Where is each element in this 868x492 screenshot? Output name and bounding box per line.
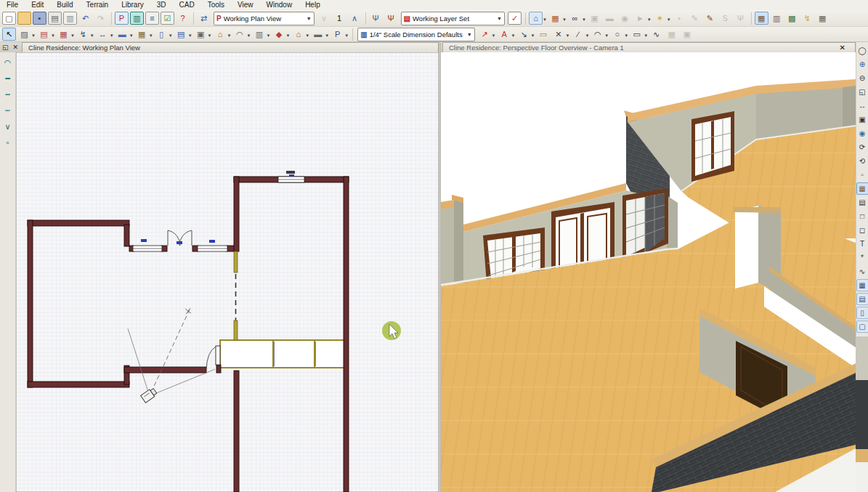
marquee-select-icon[interactable]: ▫ [1,136,15,149]
doll-house-view-icon-dropdown-arrow[interactable]: ▼ [562,17,567,22]
terrain-tools-icon[interactable]: P [330,28,344,41]
project-browser-icon[interactable]: ≡ [145,12,159,25]
up-floor-icon[interactable]: ∧ [348,12,362,25]
shadow-disabled-icon[interactable]: S [718,12,732,25]
cad-disabled-icon[interactable]: ▦ [665,28,678,41]
dimension-defaults-combo[interactable]: ▥ 1/4" Scale Dimension Defaults ▼ [357,28,474,41]
edit-segment-handles-icon[interactable]: ━ [1,72,15,85]
physically-based-view-icon[interactable]: ▦ [816,12,830,25]
select-objects-icon[interactable]: ↖ [2,28,16,41]
tab-perspective-overview[interactable]: Cline Residence: Perspective Floor Overv… [442,42,856,52]
stair-tools-icon[interactable]: ▤ [174,28,188,41]
undo-zoom-icon[interactable]: ◱ [856,86,868,98]
draw-line-icon[interactable]: ∕ [571,28,585,41]
add-light-icon[interactable]: ✶ [653,12,667,25]
copy-region-icon[interactable]: ▫ [856,169,868,181]
record-walkthrough-icon-dropdown-arrow[interactable]: ▼ [647,17,652,22]
text-style-icon[interactable]: T [856,238,868,250]
door-tools-icon[interactable]: ▯ [155,28,169,41]
redo-icon[interactable]: ↷ [94,12,108,25]
default-settings-wrench-icon[interactable]: Ψ [369,12,383,25]
camera-view-icon[interactable]: ⌂ [529,12,543,25]
zoom-icon[interactable]: ◯ [856,44,868,57]
menu-help[interactable]: Help [299,0,327,10]
curve-icon[interactable]: ∿ [856,265,868,278]
dimension-tools-icon[interactable]: ↔ [96,28,110,41]
add-light-icon-dropdown-arrow[interactable]: ▼ [667,17,671,22]
menu-library[interactable]: Library [115,0,150,10]
camera-disabled-icon[interactable]: ▣ [588,12,601,25]
perspective-view-canvas[interactable] [441,52,856,492]
menu-build[interactable]: Build [50,0,79,10]
dimension-tools-icon-dropdown-arrow[interactable]: ▼ [110,33,114,38]
leader-line-icon-dropdown-arrow[interactable]: ▼ [531,33,535,38]
orbit-camera-right-icon[interactable]: ⟲ [856,155,868,167]
cross-box-icon[interactable]: ✕ [551,28,565,41]
lighting-view-icon[interactable]: ↯ [800,12,814,25]
edit-vertex-segment-icon[interactable]: ∨ [1,120,15,133]
walkthrough-icon[interactable]: ∞ [568,12,582,25]
furniture-tools-icon-dropdown-arrow[interactable]: ▼ [325,33,329,38]
menu-tools[interactable]: Tools [201,0,231,10]
terrain-tools-icon-dropdown-arrow[interactable]: ▼ [344,33,349,38]
cross-box-icon-dropdown-arrow[interactable]: ▼ [565,33,569,38]
wall-break-icon-dropdown-arrow[interactable]: ▼ [90,33,94,38]
draw-arc-icon[interactable]: ◠ [591,28,604,41]
briefcase-disabled-icon[interactable]: ▬ [603,12,617,25]
blank-panel-icon[interactable]: □ [856,210,868,222]
auto-dimension-icon[interactable]: ▬ [115,28,129,41]
close-view-icon[interactable]: ✕ [836,44,849,52]
edit-arc-handles-icon[interactable]: ◠ [1,56,15,69]
dishwasher-panel-icon[interactable]: ▦ [856,182,868,195]
draw-circle-icon-dropdown-arrow[interactable]: ▼ [624,33,628,38]
leader-line-icon[interactable]: ↘ [517,28,531,41]
annotation-icon[interactable]: * [856,251,868,264]
window-tools-icon[interactable]: ▣ [194,28,208,41]
molding-tools-icon[interactable]: ▥ [252,28,266,41]
door-tools-icon-dropdown-arrow[interactable]: ▼ [169,33,173,38]
snapshot-disabled-icon[interactable]: ◉ [618,12,632,25]
half-wall-icon-dropdown-arrow[interactable]: ▼ [70,33,75,38]
menu-terrain[interactable]: Terrain [80,0,115,10]
kitchen-cabinet-run[interactable] [220,340,347,368]
cabinet-tools-icon[interactable]: ▦ [135,28,149,41]
standard-view-icon[interactable]: ▦ [755,12,768,25]
library-browser-icon[interactable]: ▥ [130,12,144,25]
draw-spline-icon[interactable]: ∿ [649,28,663,41]
plan-view-combo[interactable]: P Working Plan View ▼ [214,12,315,25]
menu-3d[interactable]: 3D [150,0,173,10]
door-panel-icon[interactable]: ▯ [856,307,868,319]
technical-wrench-disabled-icon[interactable]: Ψ [734,12,747,25]
print-icon[interactable]: ▤ [48,12,62,25]
auto-dimension-icon-dropdown-arrow[interactable]: ▼ [129,33,134,38]
upper-room-window[interactable] [691,111,734,182]
fill-window-building-icon[interactable]: ▣ [856,113,868,126]
save-icon[interactable]: ▪ [33,12,46,25]
manual-dimension-icon-dropdown-arrow[interactable]: ▼ [492,33,496,38]
ceiling-tools-icon[interactable]: ◠ [232,28,246,41]
wall-break-icon[interactable]: ↯ [76,28,90,41]
down-floor-icon[interactable]: ∨ [317,12,331,25]
open-folder-icon[interactable] [17,12,31,25]
cad-detail-icon-dropdown-arrow[interactable]: ▼ [644,33,648,38]
menu-cad[interactable]: CAD [173,0,201,10]
roof-tools-icon-dropdown-arrow[interactable]: ▼ [227,33,232,38]
orbit-camera-left-icon[interactable]: ⟳ [856,141,868,153]
draw-line-icon-dropdown-arrow[interactable]: ▼ [585,33,589,38]
adjust-material-icon[interactable]: ✎ [703,12,717,25]
half-wall-icon[interactable]: ▦ [57,28,70,41]
manual-dimension-icon[interactable]: ↗ [478,28,492,41]
tab-working-plan-view[interactable]: Cline Residence: Working Plan View [22,42,439,52]
furniture-tools-icon[interactable]: ▬ [311,28,325,41]
text-tools-icon-dropdown-arrow[interactable]: ▼ [511,33,516,38]
camera-view-icon-dropdown-arrow[interactable]: ▼ [543,17,547,22]
export-view-icon[interactable]: ⇄ [197,12,211,25]
column-panel-icon[interactable]: ▤ [856,293,868,305]
corner-panel-icon[interactable]: ◻ [856,224,868,236]
stair-tools-icon-dropdown-arrow[interactable]: ▼ [188,33,192,38]
grid-panel-icon[interactable]: ▦ [856,279,868,291]
cabinet-panel-icon[interactable]: ▢ [856,320,868,333]
active-settings-wrench-icon[interactable]: Ψ [384,12,398,25]
cad-detail-icon[interactable]: ▭ [630,28,644,41]
cabinet-tools-icon-dropdown-arrow[interactable]: ▼ [149,33,153,38]
